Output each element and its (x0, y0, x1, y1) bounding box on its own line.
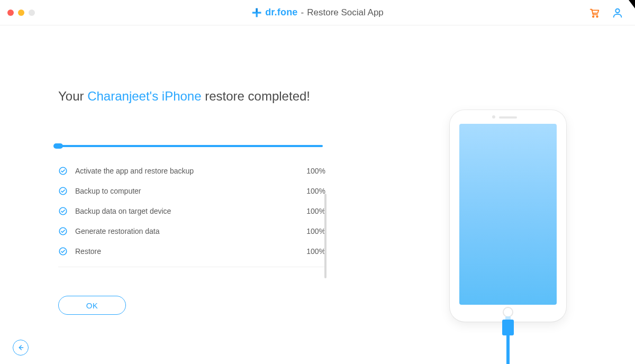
step-row: Generate restoration data 100% (58, 221, 325, 241)
step-row: Activate the app and restore backup 100% (58, 161, 325, 181)
window-minimize-button[interactable] (18, 10, 24, 16)
phone-illustration (450, 110, 566, 322)
step-label: Generate restoration data (75, 227, 298, 235)
step-row: Backup data on target device 100% (58, 201, 325, 221)
app-window: dr.fone - Restore Social App Your Charan… (0, 0, 635, 364)
check-circle-icon (58, 166, 68, 176)
phone-speaker (499, 116, 517, 119)
phone-home-button (503, 307, 513, 317)
check-circle-icon (58, 226, 68, 236)
right-pane (381, 25, 635, 364)
headline: Your Charanjeet's iPhone restore complet… (58, 89, 333, 104)
steps-divider (58, 267, 325, 267)
step-row: Backup to computer 100% (58, 181, 325, 201)
svg-point-5 (615, 8, 619, 12)
page-title: Restore Social App (307, 7, 384, 18)
step-label: Backup data on target device (75, 207, 298, 215)
step-label: Restore (75, 247, 298, 256)
check-circle-icon (58, 206, 68, 216)
usb-plug (502, 320, 514, 335)
usb-cable (506, 334, 510, 364)
step-label: Backup to computer (75, 187, 298, 195)
step-percent: 100% (298, 227, 325, 235)
steps-list: Activate the app and restore backup 100%… (58, 161, 325, 261)
window-controls (7, 10, 35, 16)
check-circle-icon (58, 186, 68, 196)
ok-button[interactable]: OK (58, 296, 126, 315)
step-label: Activate the app and restore backup (75, 167, 298, 175)
account-icon[interactable] (612, 7, 623, 19)
back-button[interactable] (13, 340, 29, 356)
phone-screen (459, 124, 557, 305)
progress-fill (58, 145, 323, 147)
headline-suffix: restore completed! (202, 89, 310, 103)
titlebar: dr.fone - Restore Social App (0, 0, 635, 25)
title-right (588, 7, 623, 19)
svg-rect-2 (256, 8, 257, 12)
steps-scrollbar[interactable] (324, 194, 326, 278)
brand-name: dr.fone (265, 7, 297, 18)
brand-separator: - (301, 7, 304, 18)
svg-point-3 (593, 16, 594, 17)
step-percent: 100% (298, 247, 325, 256)
progress-handle (53, 143, 63, 149)
phone-camera (492, 115, 495, 119)
overall-progress (58, 141, 333, 151)
check-circle-icon (58, 247, 68, 256)
svg-point-4 (596, 16, 598, 17)
step-percent: 100% (298, 187, 325, 195)
title-center: dr.fone - Restore Social App (251, 7, 384, 18)
window-close-button[interactable] (7, 10, 14, 16)
step-row: Restore 100% (58, 241, 325, 261)
headline-prefix: Your (58, 89, 87, 103)
device-name: Charanjeet's iPhone (87, 89, 201, 103)
cart-icon[interactable] (588, 7, 600, 19)
step-percent: 100% (298, 167, 325, 175)
plus-logo-icon (251, 7, 262, 18)
body: Your Charanjeet's iPhone restore complet… (0, 25, 635, 364)
window-zoom-button[interactable] (29, 10, 35, 16)
progress-bar (58, 145, 323, 147)
arrow-left-icon (16, 343, 25, 352)
step-percent: 100% (298, 207, 325, 215)
phone-body (450, 110, 566, 322)
left-pane: Your Charanjeet's iPhone restore complet… (0, 25, 381, 364)
ok-label: OK (86, 301, 98, 310)
